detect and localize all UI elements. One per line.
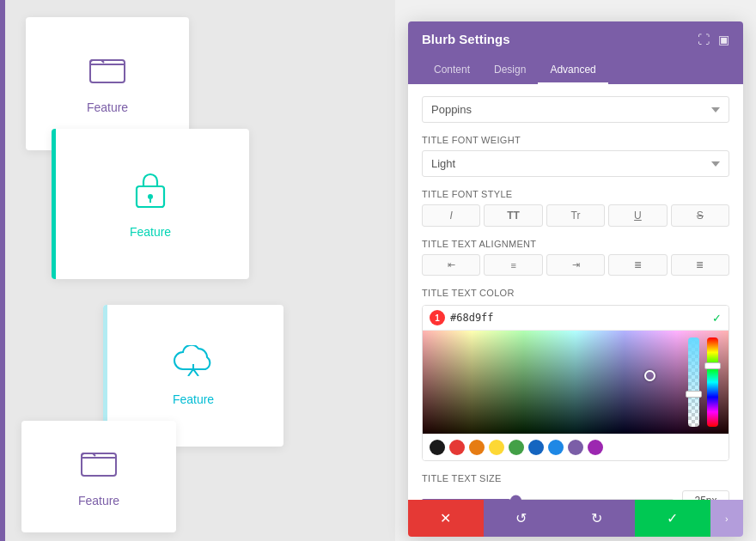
font-family-row: Poppins <box>422 96 729 123</box>
style-italic[interactable]: I <box>422 204 480 227</box>
style-capitalize[interactable]: Tr <box>546 204 605 227</box>
settings-panel: Blurb Settings ⛶ ▣ Content Design Advanc… <box>408 21 743 537</box>
color-confirm-icon[interactable]: ✓ <box>712 312 722 325</box>
title-text-alignment-row: Title Text Alignment ⇤ ≡ ⇥ ≣ ≣ <box>422 239 729 276</box>
panel-title: Blurb Settings <box>422 32 510 46</box>
feature-label-4: Feature <box>78 494 119 508</box>
tab-content[interactable]: Content <box>422 57 482 84</box>
tab-advanced[interactable]: Advanced <box>538 57 607 84</box>
tab-design[interactable]: Design <box>482 57 538 84</box>
save-button[interactable]: ✓ <box>635 500 710 537</box>
align-left[interactable]: ⇤ <box>422 254 480 276</box>
cloud-icon <box>171 345 216 384</box>
swatch-green[interactable] <box>509 440 524 455</box>
title-font-weight-label: Title Font Weight <box>422 135 729 145</box>
title-font-weight-row: Title Font Weight Light <box>422 135 729 177</box>
style-underline[interactable]: U <box>608 204 667 227</box>
swatch-black[interactable] <box>430 440 445 455</box>
color-gradient-area[interactable] <box>423 331 729 434</box>
title-text-size-slider: 25px <box>422 490 729 500</box>
alignment-buttons: ⇤ ≡ ⇥ ≣ ≣ <box>422 254 729 276</box>
color-number-badge: 1 <box>430 310 445 325</box>
text-size-thumb[interactable] <box>510 495 521 501</box>
text-size-value[interactable]: 25px <box>682 490 729 500</box>
title-text-alignment-label: Title Text Alignment <box>422 239 729 249</box>
panel-tabs: Content Design Advanced <box>408 57 743 84</box>
feature-label-3: Feature <box>173 392 214 406</box>
alpha-slider-thumb <box>686 391 702 398</box>
align-justify[interactable]: ≣ <box>608 254 667 276</box>
text-size-track[interactable] <box>422 499 674 500</box>
title-font-style-row: Title Font Style I TT Tr U S <box>422 189 729 227</box>
color-hex-row: 1 ✓ <box>423 306 729 331</box>
title-text-size-row: Title Text Size 25px <box>422 473 729 500</box>
redo-button[interactable]: ↻ <box>559 500 635 537</box>
cancel-button[interactable]: ✕ <box>408 500 484 537</box>
fullscreen-icon[interactable]: ⛶ <box>698 33 710 46</box>
font-family-select[interactable]: Poppins <box>422 96 729 123</box>
font-style-buttons: I TT Tr U S <box>422 204 729 227</box>
folder-icon-1 <box>88 53 126 92</box>
feature-label-1: Feature <box>87 100 128 114</box>
extra-button[interactable]: › <box>710 500 743 537</box>
title-text-color-row: Title Text Color 1 ✓ <box>422 288 729 461</box>
svg-rect-0 <box>90 60 125 82</box>
color-swatches <box>423 434 729 460</box>
panel-footer: ✕ ↺ ↻ ✓ › <box>408 500 743 537</box>
swatch-yellow[interactable] <box>489 440 504 455</box>
style-strikethrough[interactable]: S <box>671 204 729 227</box>
panel-header: Blurb Settings ⛶ ▣ <box>408 21 743 57</box>
color-picker[interactable]: 1 ✓ <box>422 305 729 461</box>
panel-header-icons: ⛶ ▣ <box>698 33 729 46</box>
swatch-blue1[interactable] <box>528 440 544 455</box>
canvas-area: Feature Feature Feature <box>0 0 395 541</box>
feature-card-4: Feature <box>21 421 176 532</box>
undo-button[interactable]: ↺ <box>484 500 559 537</box>
font-weight-select[interactable]: Light <box>422 150 729 177</box>
feature-label-2: Feature <box>130 225 171 239</box>
swatch-blue2[interactable] <box>548 440 564 455</box>
hue-slider[interactable] <box>707 337 718 427</box>
align-right[interactable]: ⇥ <box>546 254 605 276</box>
title-font-style-label: Title Font Style <box>422 189 729 199</box>
title-text-size-label: Title Text Size <box>422 473 729 483</box>
swatch-red[interactable] <box>449 440 465 455</box>
align-none[interactable]: ≣ <box>671 254 729 276</box>
panel-body: Poppins Title Font Weight Light Title Fo… <box>408 84 743 500</box>
text-size-fill <box>422 499 510 500</box>
alpha-slider[interactable] <box>688 337 699 427</box>
svg-point-2 <box>148 194 153 199</box>
purple-sidebar-bar <box>0 0 5 541</box>
swatch-orange[interactable] <box>469 440 485 455</box>
color-hex-input[interactable] <box>450 312 707 324</box>
feature-card-2: Feature <box>52 129 249 279</box>
title-text-color-label: Title Text Color <box>422 288 729 298</box>
lock-icon <box>133 169 168 216</box>
align-center[interactable]: ≡ <box>484 254 542 276</box>
style-uppercase[interactable]: TT <box>484 204 542 227</box>
swatch-violet[interactable] <box>588 440 603 455</box>
swatch-purple[interactable] <box>568 440 583 455</box>
folder-icon-4 <box>80 447 118 485</box>
hue-slider-thumb <box>704 362 721 369</box>
svg-rect-5 <box>82 453 116 476</box>
color-picker-cursor <box>644 370 655 381</box>
collapse-icon[interactable]: ▣ <box>718 33 729 46</box>
